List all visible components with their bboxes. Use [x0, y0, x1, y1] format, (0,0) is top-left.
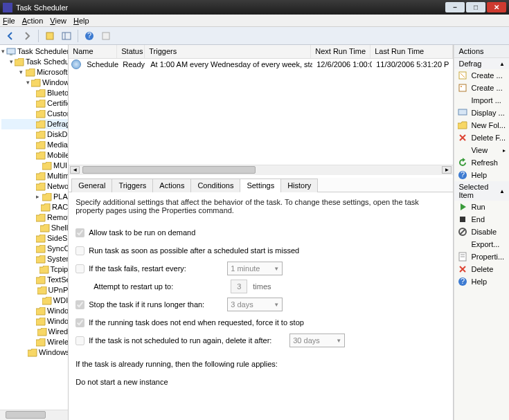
tree-hscrollbar[interactable]	[0, 410, 68, 420]
tree-node-microsoft[interactable]: ▾Microsoft	[1, 67, 68, 77]
stop-if-long-checkbox[interactable]	[75, 300, 84, 309]
tab-triggers[interactable]: Triggers	[111, 179, 153, 192]
tab-settings[interactable]: Settings	[240, 179, 281, 192]
toolbar-panel-button[interactable]	[59, 29, 74, 43]
action-refresh[interactable]: Refresh	[454, 156, 509, 169]
minimize-button[interactable]: –	[445, 2, 465, 12]
col-triggers[interactable]: Triggers	[145, 45, 311, 58]
tab-actions[interactable]: Actions	[152, 179, 191, 192]
close-button[interactable]: ✕	[487, 2, 506, 12]
tree-node-pla[interactable]: ▸PLA	[1, 192, 68, 202]
restart-on-fail-checkbox[interactable]	[75, 264, 84, 273]
stop-if-long-label: Stop the task if it runs longer than:	[89, 300, 227, 309]
menu-view[interactable]: View	[50, 17, 66, 25]
allow-on-demand-checkbox[interactable]	[75, 228, 84, 237]
tree-node-certificateserv[interactable]: CertificateServ	[1, 98, 68, 109]
maximize-button[interactable]: □	[466, 2, 485, 12]
tree-node-customer-expe[interactable]: Customer Expe	[1, 109, 68, 119]
folder-icon	[42, 193, 52, 201]
action-delete-task[interactable]: Delete	[454, 263, 509, 275]
settings-description: Specify additional settings that affect …	[75, 198, 446, 214]
tree-node-shell[interactable]: Shell	[1, 223, 68, 233]
svg-line-16	[460, 229, 465, 235]
column-headers[interactable]: Name Status Triggers Next Run Time Last …	[69, 45, 453, 59]
navigation-tree[interactable]: ▾Task Scheduler (Local)▾Task Scheduler L…	[0, 45, 69, 420]
tree-node-wdi[interactable]: WDI	[1, 295, 68, 306]
tree-node-diskdiagnostic[interactable]: DiskDiagnostic	[1, 129, 68, 140]
tree-node-wired[interactable]: Wired	[1, 327, 68, 337]
action-create-basic[interactable]: Create ...	[454, 69, 509, 82]
tree-node-windows[interactable]: ▾Windows	[1, 77, 68, 88]
tree-node-networkacces[interactable]: NetworkAcces	[1, 181, 68, 192]
action-help[interactable]: ?Help	[454, 169, 509, 181]
col-name[interactable]: Name	[69, 45, 117, 58]
tree-node-multimedia[interactable]: Multimedia	[1, 171, 68, 181]
tree-node-defrag[interactable]: Defrag	[1, 119, 68, 129]
tree-node-bluetooth[interactable]: Bluetooth	[1, 88, 68, 98]
tab-conditions[interactable]: Conditions	[190, 179, 240, 192]
action-end[interactable]: End	[454, 213, 509, 226]
actions-section-selected[interactable]: Selected Item▲	[454, 181, 509, 201]
col-status[interactable]: Status	[117, 45, 145, 58]
tree-node-remoteassista[interactable]: RemoteAssista	[1, 212, 68, 223]
action-create-task[interactable]: Create ...	[454, 82, 509, 94]
props-icon	[458, 252, 467, 262]
action-help2[interactable]: ?Help	[454, 275, 509, 288]
actions-section-folder[interactable]: Defrag▲	[454, 58, 509, 69]
attempt-count-field[interactable]: 3	[231, 280, 247, 293]
action-delete-folder[interactable]: Delete F...	[454, 131, 509, 144]
stop-duration-combo[interactable]: 3 days▼	[227, 298, 283, 311]
display-icon	[458, 108, 467, 118]
col-lastrun[interactable]: Last Run Time	[370, 45, 453, 58]
restart-interval-combo[interactable]: 1 minute▼	[227, 262, 283, 275]
tree-node-synccenter[interactable]: SyncCenter	[1, 244, 68, 254]
rule-label: If the task is already running, then the…	[75, 360, 278, 368]
tree-node-windowscalen[interactable]: WindowsCalen	[1, 316, 68, 327]
tree-node-upnp[interactable]: UPnP	[1, 285, 68, 295]
tree-node-task-scheduler-local-[interactable]: ▾Task Scheduler (Local)	[1, 46, 68, 57]
toollbar-action-button[interactable]	[42, 29, 57, 43]
tree-node-rac[interactable]: RAC	[1, 202, 68, 212]
run-asap-checkbox[interactable]	[75, 246, 84, 255]
tree-node-windows-defende[interactable]: Windows Defende	[1, 347, 68, 358]
nav-forward-button[interactable]	[19, 29, 35, 43]
list-hscrollbar[interactable]: ◄►	[69, 165, 453, 175]
tree-node-windows-error[interactable]: Windows Error	[1, 306, 68, 316]
tab-general[interactable]: General	[71, 179, 112, 192]
action-disable[interactable]: Disable	[454, 226, 509, 238]
folder-icon	[36, 235, 46, 243]
delete-after-combo[interactable]: 30 days▼	[289, 334, 345, 347]
menu-help[interactable]: Help	[73, 17, 89, 25]
action-import[interactable]: Import ...	[454, 94, 509, 107]
tab-history[interactable]: History	[280, 179, 318, 192]
menu-action[interactable]: Action	[22, 17, 44, 25]
delete-after-checkbox[interactable]	[75, 336, 84, 345]
menu-file[interactable]: File	[3, 17, 15, 25]
tree-node-task-scheduler-library[interactable]: ▾Task Scheduler Library	[1, 57, 68, 67]
tree-node-mui[interactable]: MUI	[1, 161, 68, 171]
settings-panel: Specify additional settings that affect …	[69, 192, 453, 420]
run-icon	[458, 202, 467, 212]
folder-icon	[37, 328, 47, 336]
toolbar-extra-button[interactable]	[98, 29, 114, 43]
action-run[interactable]: Run	[454, 201, 509, 213]
tree-node-mobilepc[interactable]: MobilePC	[1, 150, 68, 161]
toolbar-help-button[interactable]: ?	[82, 29, 97, 43]
action-properties[interactable]: Properti...	[454, 250, 509, 263]
force-stop-checkbox[interactable]	[75, 318, 84, 327]
tree-node-wireless[interactable]: Wireless	[1, 337, 68, 347]
tree-node-sideshow[interactable]: SideShow	[1, 233, 68, 244]
tree-node-tcpip[interactable]: Tcpip	[1, 264, 68, 275]
task-row[interactable]: ScheduledD... Ready At 1:00 AM every Wed…	[69, 59, 453, 70]
action-display[interactable]: Display ...	[454, 107, 509, 119]
task-list[interactable]: Name Status Triggers Next Run Time Last …	[69, 45, 453, 175]
action-new-folder[interactable]: New Fol...	[454, 119, 509, 131]
tree-node-media-center[interactable]: Media Center	[1, 140, 68, 150]
action-export[interactable]: Export...	[454, 238, 509, 250]
col-nextrun[interactable]: Next Run Time	[311, 45, 370, 58]
action-view[interactable]: View▸	[454, 144, 509, 156]
tree-node-systemrestore[interactable]: SystemRestore	[1, 254, 68, 264]
nav-back-button[interactable]	[3, 29, 18, 43]
tree-node-textservicesfra[interactable]: TextServicesFra	[1, 275, 68, 285]
folder-icon	[36, 214, 46, 222]
